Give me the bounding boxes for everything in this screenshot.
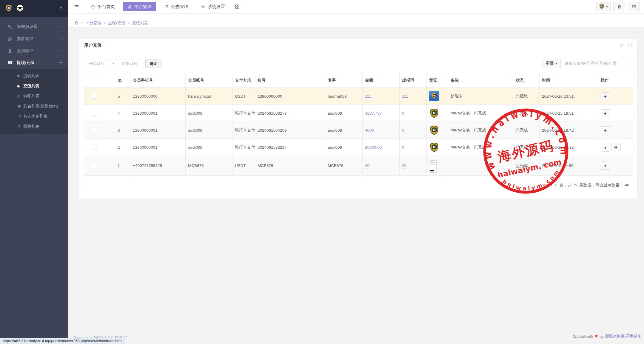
amount-link[interactable]: 20000.00 (365, 145, 382, 150)
virtual-coin-cell: 0 (400, 105, 427, 122)
voucher-cell (427, 88, 448, 105)
expand-row-button[interactable]: + (601, 109, 610, 117)
nav-item-announce-manage[interactable]: 公告管理 (160, 2, 193, 11)
bulletin-icon (164, 4, 169, 9)
row-checkbox[interactable] (92, 145, 97, 150)
refresh-icon[interactable] (619, 43, 623, 47)
pagination-current: 1 (554, 183, 557, 187)
breadcrumb-link-1[interactable]: 提现/充值 (108, 20, 125, 26)
time-cell: 2024-06-15 18:42 (540, 122, 598, 139)
amount-link[interactable]: 4000 (365, 128, 374, 133)
virtual-coin-cell: 0 (400, 139, 427, 156)
remark-cell: mlPay交易，已完成 (448, 139, 513, 156)
sidebar-item-label: 管理员设置 (17, 24, 61, 30)
virtual-coin-link[interactable]: 20 (402, 163, 406, 168)
column-header: 时间 (540, 73, 598, 88)
amount-link[interactable]: 4237.737 (365, 111, 382, 116)
apps-grid-icon[interactable] (235, 4, 240, 9)
sidebar-subitem-0[interactable]: ¥提现列表 (0, 71, 68, 81)
sidebar-subitem-4[interactable]: 首充奖金列表 (0, 111, 68, 122)
nav-item-system-settings[interactable]: 系统设置 (196, 2, 229, 11)
hamburger-menu-icon[interactable] (74, 4, 79, 9)
breadcrumb-link-2[interactable]: 充值列表 (132, 20, 148, 26)
sidebar-subitem-1[interactable]: ¥充值列表 (0, 81, 68, 91)
scope-filter-dropdown[interactable]: 不限 ▾ (542, 59, 561, 68)
pagination-pages-label: 页，共 (560, 182, 572, 188)
select-all-checkbox[interactable] (92, 78, 97, 83)
amount-link[interactable]: 20 (365, 163, 369, 168)
status-cell: 已完成 (513, 122, 540, 139)
date-range-next-button[interactable]: › (109, 59, 117, 68)
amount-link[interactable]: 111 (365, 94, 371, 99)
end-date-input[interactable] (117, 59, 142, 68)
droplet-icon[interactable] (59, 6, 63, 12)
sidebar-item-1[interactable]: 赛事管理‹ (0, 33, 68, 45)
pay-account-cell: 13800000000 (255, 88, 325, 105)
row-checkbox[interactable] (92, 111, 97, 116)
club-badge-gold-image[interactable] (429, 128, 439, 132)
per-page-input[interactable] (622, 181, 632, 189)
search-input[interactable] (562, 59, 632, 68)
navbar-menu: 平台首页平台管理公告管理系统设置 (86, 2, 233, 11)
club-badge-blue-image[interactable] (429, 94, 439, 98)
breadcrumb-link-0[interactable]: 平台管理 (85, 20, 101, 26)
sidebar-item-2[interactable]: 会员管理‹ (0, 45, 68, 57)
expand-row-button[interactable]: + (601, 162, 610, 170)
fullscreen-expand-icon[interactable] (628, 43, 632, 47)
sidebar-item-3[interactable]: ₩提现/充值 (0, 57, 68, 69)
actions-cell: + (598, 139, 633, 156)
sidebar-item-0[interactable]: 管理员设置‹ (0, 21, 68, 33)
virtual-coin-link[interactable]: 0 (402, 128, 404, 133)
avatar-dropdown-button[interactable]: ▾ (596, 2, 611, 11)
company-link[interactable]: 新旺來集團-高手歸來 (605, 334, 641, 339)
yen-icon: ¥ (17, 74, 23, 78)
id-cell: 4 (115, 105, 130, 122)
select-cell (84, 122, 115, 139)
expand-row-button[interactable]: + (601, 92, 610, 100)
voucher-cell (427, 139, 448, 156)
row-checkbox[interactable] (92, 94, 97, 99)
select-cell (84, 88, 115, 105)
table-row: 313800000001aodi008银行卡支付2024061564203aod… (84, 122, 633, 139)
select-cell (84, 156, 115, 176)
log-panel-button[interactable] (628, 2, 640, 11)
sidebar-item-label: 会员管理 (17, 48, 61, 53)
home-icon (91, 4, 95, 9)
expand-row-button[interactable]: + (601, 126, 610, 134)
trash-button[interactable] (613, 2, 625, 11)
member-icon (8, 49, 17, 53)
browser-status-bar: https://463.2.haiwaiym14.top/public/mats… (0, 338, 125, 344)
phone-cell: +400748785329 (130, 156, 186, 176)
confirm-button[interactable]: 确定 (145, 59, 161, 68)
virtual-coin-link[interactable]: 0 (402, 145, 404, 150)
phone-cell: 13800000000 (130, 88, 186, 105)
amount-cell: 111 (363, 88, 400, 105)
phone-cell: 13800000001 (130, 122, 186, 139)
payment-action-button[interactable] (611, 143, 621, 151)
sidebar-subitem-3[interactable]: 彩金列表(娛樂錢包) (0, 101, 68, 111)
chevron-left-icon: ‹ (61, 24, 63, 30)
virtual-coin-link[interactable]: 0 (402, 111, 404, 116)
breadcrumb-separator: › (81, 21, 83, 25)
id-cell: 2 (115, 139, 130, 156)
page-number-button[interactable]: 1 (538, 181, 549, 189)
sidebar-subitem-5[interactable]: 回收列表 (0, 122, 68, 132)
column-header: ID (115, 73, 130, 88)
club-badge-gold-image[interactable] (429, 111, 439, 115)
file-icon (17, 114, 23, 119)
expand-row-button[interactable]: + (601, 144, 610, 152)
start-date-input[interactable] (84, 59, 109, 68)
virtual-coin-link[interactable]: 111 (402, 94, 408, 99)
sidebar-subitem-2[interactable]: ⇄转账列表 (0, 91, 68, 101)
receipt-image[interactable] (429, 159, 446, 173)
nav-item-platform-home[interactable]: 平台首页 (86, 2, 119, 11)
status-cell: 已完成 (513, 139, 540, 156)
name-cell: aodi008 (325, 105, 363, 122)
remark-cell: mlPay交易，已完成 (448, 105, 513, 122)
location-pin-icon (74, 21, 78, 25)
club-badge-gold-image[interactable] (429, 145, 439, 149)
actions-cell: + (598, 105, 633, 122)
nav-item-platform-manage[interactable]: 平台管理 (123, 2, 156, 11)
row-checkbox[interactable] (92, 128, 97, 133)
row-checkbox[interactable] (92, 163, 97, 168)
